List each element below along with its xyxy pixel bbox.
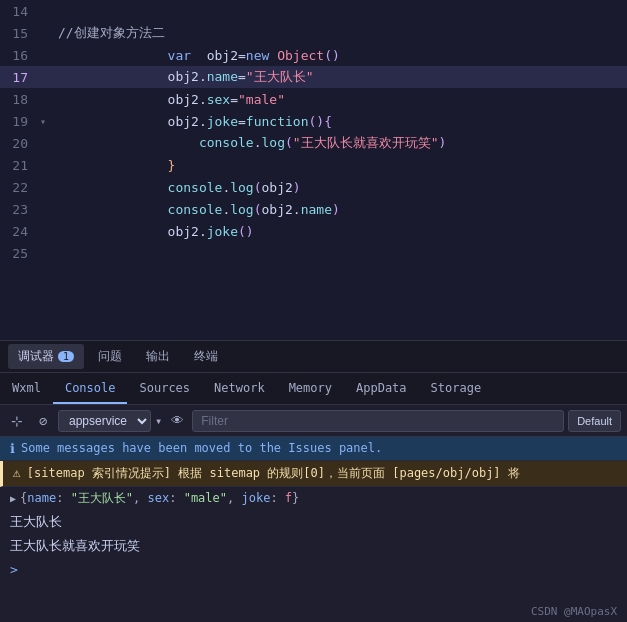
eye-btn[interactable]: 👁 [166, 410, 188, 432]
line-num-15: 15 [0, 26, 40, 41]
tab-issues-label: 问题 [98, 348, 122, 365]
expand-arrow-icon: ▶ [10, 493, 16, 504]
line-num-23: 23 [0, 202, 40, 217]
tab-network-label: Network [214, 381, 265, 395]
tab-memory-label: Memory [289, 381, 332, 395]
line-num-22: 22 [0, 180, 40, 195]
console-info-text: Some messages have been moved to the Iss… [21, 441, 617, 455]
console-prompt[interactable]: > [0, 558, 627, 581]
tab-appdata-label: AppData [356, 381, 407, 395]
watermark: CSDN @MAOpasX [531, 605, 617, 618]
tab-terminal[interactable]: 终端 [184, 344, 228, 369]
obj-preview: {name: "王大队长", sex: "male", joke: f} [20, 490, 299, 507]
line-num-25: 25 [0, 246, 40, 261]
line-num-14: 14 [0, 4, 40, 19]
code-line-14: 14 [0, 0, 627, 22]
tab-memory[interactable]: Memory [277, 373, 344, 404]
service-select[interactable]: appservice [58, 410, 151, 432]
code-line-25: 25 [0, 242, 627, 264]
tab-output[interactable]: 输出 [136, 344, 180, 369]
tab-output-label: 输出 [146, 348, 170, 365]
toolbar-row: ⊹ ⊘ appservice ▾ 👁 Default [0, 405, 627, 437]
tab-debugger-badge: 1 [58, 351, 74, 362]
tab-storage-label: Storage [431, 381, 482, 395]
dropdown-arrow: ▾ [155, 414, 162, 428]
tab-terminal-label: 终端 [194, 348, 218, 365]
tab-bar-2: Wxml Console Sources Network Memory AppD… [0, 373, 627, 405]
line-num-18: 18 [0, 92, 40, 107]
tab-appdata[interactable]: AppData [344, 373, 419, 404]
block-btn[interactable]: ⊘ [32, 410, 54, 432]
code-line-24: 24 obj2.joke() [0, 220, 627, 242]
tab-debugger[interactable]: 调试器 1 [8, 344, 84, 369]
line-num-21: 21 [0, 158, 40, 173]
console-warn-msg: ⚠ [sitemap 索引情况提示] 根据 sitemap 的规则[0]，当前页… [0, 461, 627, 487]
tab-sources-label: Sources [139, 381, 190, 395]
filter-input[interactable] [192, 410, 564, 432]
console-warn-text: [sitemap 索引情况提示] 根据 sitemap 的规则[0]，当前页面 … [27, 465, 617, 482]
console-output: ℹ Some messages have been moved to the I… [0, 437, 627, 622]
console-output-2: 王大队长就喜欢开玩笑 [0, 534, 627, 558]
console-obj-expand[interactable]: ▶ {name: "王大队长", sex: "male", joke: f} [0, 487, 627, 510]
tab-debugger-label: 调试器 [18, 348, 54, 365]
tab-wxml-label: Wxml [12, 381, 41, 395]
line-num-24: 24 [0, 224, 40, 239]
line-num-16: 16 [0, 48, 40, 63]
line-num-19: 19 [0, 114, 40, 129]
tab-network[interactable]: Network [202, 373, 277, 404]
code-editor: 14 15 //创建对象方法二 16 var obj2=new Object() [0, 0, 627, 340]
cursor-btn[interactable]: ⊹ [6, 410, 28, 432]
line-num-20: 20 [0, 136, 40, 151]
prompt-chevron: > [10, 562, 18, 577]
tab-wxml[interactable]: Wxml [0, 373, 53, 404]
tab-console[interactable]: Console [53, 373, 128, 404]
tab-storage[interactable]: Storage [419, 373, 494, 404]
app-container: 14 15 //创建对象方法二 16 var obj2=new Object() [0, 0, 627, 622]
info-icon: ℹ [10, 441, 15, 456]
console-info-msg: ℹ Some messages have been moved to the I… [0, 437, 627, 461]
tab-bar-1: 调试器 1 问题 输出 终端 [0, 341, 627, 373]
bottom-panel: 调试器 1 问题 输出 终端 Wxml Console Sources [0, 340, 627, 622]
tab-console-label: Console [65, 381, 116, 395]
tab-issues[interactable]: 问题 [88, 344, 132, 369]
default-btn[interactable]: Default [568, 410, 621, 432]
console-output-1: 王大队长 [0, 510, 627, 534]
tab-sources[interactable]: Sources [127, 373, 202, 404]
line-num-17: 17 [0, 70, 40, 85]
warn-icon: ⚠ [13, 465, 21, 480]
